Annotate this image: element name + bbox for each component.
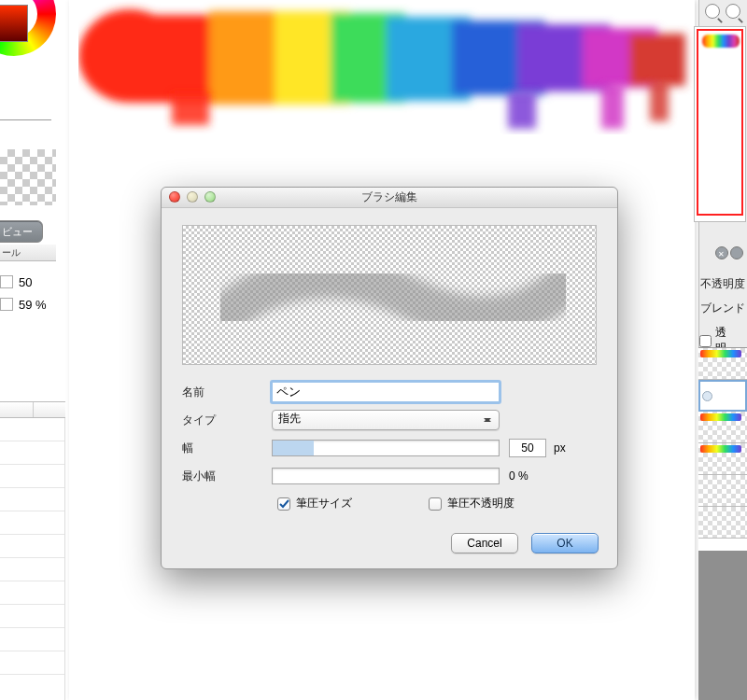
min-width-slider[interactable] [272, 468, 500, 484]
list-row[interactable] [0, 465, 64, 488]
list-row[interactable] [0, 511, 64, 535]
pressure-size-label: 筆圧サイズ [296, 496, 352, 511]
transparent-checkbox[interactable] [699, 335, 712, 347]
brush-edit-dialog: ブラシ編集 名前 タイプ 指先 幅 [161, 187, 618, 569]
navigator-viewport[interactable] [697, 29, 743, 216]
list-row[interactable] [0, 535, 64, 558]
panel-header: ール [0, 245, 56, 261]
name-label: 名前 [182, 385, 272, 400]
svg-rect-9 [629, 34, 685, 86]
svg-rect-5 [387, 17, 471, 101]
layer-row[interactable] [698, 380, 747, 412]
view-button[interactable]: ビュー [0, 220, 43, 243]
rainbow-stroke [78, 0, 695, 140]
svg-rect-7 [517, 24, 611, 91]
width-unit: px [554, 441, 566, 455]
list-row[interactable] [0, 418, 64, 441]
list-row[interactable] [0, 441, 64, 465]
field-box-2[interactable] [0, 298, 13, 311]
svg-rect-12 [601, 84, 624, 129]
layer-list-empty [698, 551, 747, 700]
svg-rect-13 [650, 80, 669, 121]
panel-close-icon[interactable] [715, 246, 728, 259]
svg-rect-3 [275, 11, 349, 105]
list-body[interactable] [0, 418, 65, 700]
checkmark-icon [279, 498, 289, 509]
layer-row[interactable] [698, 412, 747, 443]
field-value-1: 50 [19, 275, 32, 289]
right-sidebar: 不透明度 ブレンド 透明 [698, 0, 747, 700]
layer-row[interactable] [698, 443, 747, 475]
list-row[interactable] [0, 558, 64, 581]
svg-rect-11 [508, 91, 536, 129]
layer-row[interactable] [698, 507, 747, 539]
left-sidebar: ビュー ール 50 59 % [0, 0, 65, 700]
pressure-opacity-label: 筆圧不透明度 [447, 496, 514, 511]
list-row[interactable] [0, 628, 64, 651]
chevron-updown-icon [484, 413, 493, 427]
list-row[interactable] [0, 581, 64, 605]
svg-rect-6 [452, 21, 545, 95]
thumbnail-content [702, 35, 740, 48]
list-row[interactable] [0, 488, 64, 511]
layer-list[interactable] [698, 347, 747, 551]
cancel-button[interactable]: Cancel [451, 533, 518, 553]
navigator-thumbnail[interactable] [694, 26, 746, 222]
zoom-in-icon[interactable] [705, 4, 720, 19]
layer-row[interactable] [698, 348, 747, 380]
width-label: 幅 [182, 441, 272, 456]
blend-label: ブレンド [700, 301, 745, 316]
field-value-2: 59 % [19, 298, 47, 312]
brush-sample[interactable] [0, 149, 56, 205]
min-width-label: 最小幅 [182, 469, 272, 484]
width-slider[interactable] [272, 440, 500, 456]
color-swatch[interactable] [0, 5, 28, 42]
name-input[interactable] [272, 382, 500, 402]
dialog-titlebar[interactable]: ブラシ編集 [162, 188, 617, 208]
svg-rect-4 [331, 13, 405, 103]
svg-rect-2 [209, 11, 293, 105]
zoom-out-icon[interactable] [726, 4, 740, 19]
list-header [0, 401, 65, 418]
type-value: 指先 [278, 412, 301, 425]
brush-preview [182, 225, 597, 365]
width-input[interactable] [509, 439, 546, 457]
field-box-1[interactable] [0, 275, 13, 288]
panel-collapse-icon[interactable] [730, 246, 743, 259]
svg-rect-1 [134, 15, 237, 103]
layer-row[interactable] [698, 475, 747, 507]
dialog-title: ブラシ編集 [162, 189, 617, 205]
divider [0, 119, 51, 120]
pressure-opacity-checkbox[interactable] [429, 497, 442, 511]
type-select[interactable]: 指先 [272, 410, 500, 430]
list-row[interactable] [0, 651, 64, 675]
svg-rect-10 [172, 93, 209, 125]
width-slider-fill [273, 441, 314, 455]
ok-button[interactable]: OK [531, 533, 599, 553]
list-row[interactable] [0, 605, 64, 628]
svg-point-0 [78, 9, 181, 103]
opacity-label: 不透明度 [700, 276, 745, 292]
min-width-value: 0 % [509, 469, 529, 483]
pressure-size-checkbox[interactable] [277, 497, 290, 511]
type-label: タイプ [182, 413, 272, 428]
svg-rect-8 [583, 28, 657, 88]
